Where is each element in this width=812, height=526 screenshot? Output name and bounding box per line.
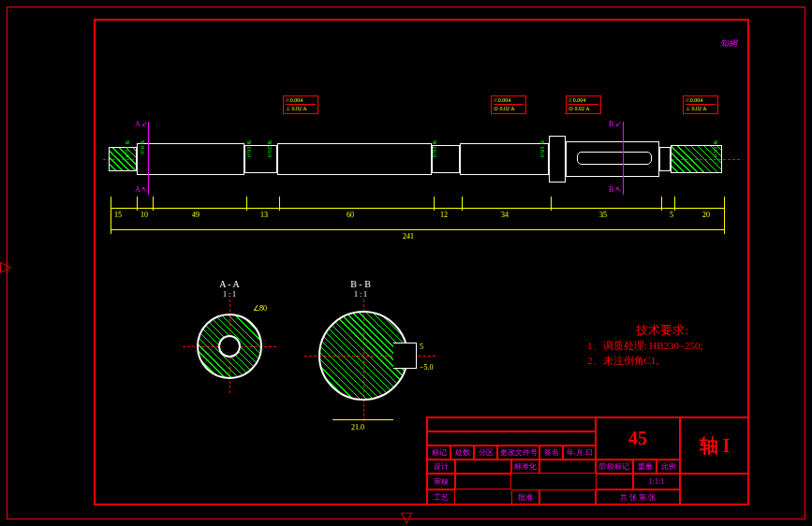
len-10: 20 (702, 211, 710, 219)
tb-f1b (455, 474, 511, 489)
tb-h6: 年.月.日 (563, 446, 596, 460)
len-5: 60 (347, 211, 354, 219)
tick-10 (674, 197, 675, 211)
len-9: 5 (670, 211, 673, 219)
tech-line-1: 1、调质处理: HB230~250; (587, 338, 737, 353)
tb-h4: 更改文件号 (497, 446, 539, 460)
tb-design-blank (455, 460, 511, 474)
section-a-inner (218, 335, 241, 358)
section-b-label: B - B (332, 279, 389, 289)
sec-b-wdim (332, 419, 393, 420)
tick-2 (137, 197, 138, 211)
shaft-seg-2 (137, 143, 244, 175)
gdt-frame-4: // 0.004 ⊥ 0.02 A (683, 95, 718, 114)
tb-f2: 工艺 (427, 489, 455, 505)
tech-requirements: 技术要求: 1、调质处理: HB230~250; 2、未注倒角C1。 (587, 323, 737, 368)
gdt-2-top: // 0.004 (494, 96, 524, 105)
len-3: 49 (192, 211, 199, 219)
section-b-scale: 1 : 1 (332, 290, 389, 299)
watermark-text: 知網 (720, 37, 737, 50)
shaft-seg-8 (659, 147, 671, 171)
tb-part-name: 轴 I (680, 417, 749, 474)
section-b-keycut (393, 343, 417, 369)
tick-8 (551, 197, 552, 211)
tick-9 (661, 197, 662, 211)
dim-d1: ⌀16.0 (124, 139, 131, 157)
len-2: 10 (140, 211, 148, 219)
arrow-left: ▷ (0, 257, 11, 275)
tb-h2: 处数 (450, 446, 474, 460)
tb-f1: 审核 (427, 474, 455, 489)
sec-b-depth: −5.0 (420, 363, 434, 372)
gdt-2-bot: ⊙ 0.02 A (494, 105, 524, 113)
tb-h5: 签名 (539, 446, 563, 460)
tick-1 (111, 197, 111, 234)
tb-r3: 比例 (657, 460, 680, 474)
tick-6 (434, 197, 435, 211)
sec-b-key: 5 (420, 343, 423, 351)
len-8: 35 (599, 211, 607, 219)
tick-5 (279, 197, 280, 211)
shaft-main-view (109, 126, 736, 201)
cad-canvas: 知網 // 0.004 ⊥ 0.02 A // 0.004 ⊙ 0.02 A /… (0, 0, 812, 526)
shaft-seg-4 (277, 143, 432, 175)
tb-blank-r2 (427, 431, 596, 446)
len-6: 12 (440, 211, 448, 219)
tech-title: 技术要求: (587, 323, 737, 338)
cut-line-b (623, 122, 624, 195)
sec-a-angle: ∠80 (253, 304, 267, 313)
tb-material: 45 (596, 417, 680, 460)
tb-r1: 阶段标记 (596, 460, 633, 474)
tb-h3: 分区 (474, 446, 497, 460)
gdt-4-bot: ⊥ 0.02 A (686, 105, 716, 113)
section-a-label: A - A (201, 279, 258, 289)
shaft-seg-6 (460, 143, 549, 175)
keyway-slot (577, 152, 652, 165)
tb-f3: 批准 (511, 489, 539, 505)
tb-r4b (596, 474, 633, 489)
sec-b-width: 21.0 (351, 423, 364, 431)
dim-d5: ⌀16.0 (431, 139, 438, 157)
len-4: 13 (260, 211, 268, 219)
tick-7 (462, 197, 463, 211)
len-7: 34 (501, 211, 509, 219)
gdt-frame-1: // 0.004 ⊥ 0.02 A (283, 95, 318, 114)
dim-d3: ⌀16.0 (245, 139, 253, 157)
dim-d6: ⌀18.0 (539, 139, 546, 157)
len-total: 241 (403, 232, 414, 241)
tb-part-blank (680, 474, 749, 505)
dim-d4: ⌀20.0 (266, 139, 273, 157)
cut-line-a (148, 122, 149, 195)
tb-f4: 共 张 第 张 (596, 489, 680, 505)
gdt-3-bot: ⊙ 0.02 A (568, 105, 598, 113)
tech-line-2: 2、未注倒角C1。 (587, 353, 737, 368)
dim-d2: ⌀8.0 (139, 139, 146, 154)
tb-std-blank (539, 460, 596, 474)
tb-r4: 1:1:1 (633, 474, 680, 489)
dim-row-1 (111, 208, 724, 209)
tb-design: 设计 (427, 460, 455, 474)
tb-r2: 重量 (633, 460, 657, 474)
title-block: 标记 处数 分区 更改文件号 签名 年.月.日 设计 标准化 审核 工艺 批准 … (426, 416, 749, 505)
tb-std: 标准化 (511, 460, 539, 474)
shaft-seg-flange (549, 136, 566, 183)
tick-3 (153, 197, 154, 211)
tb-f3b (539, 489, 596, 505)
shaft-seg-1 (109, 147, 137, 171)
gdt-1-bot: ⊥ 0.02 A (286, 105, 316, 113)
dim-row-total (111, 229, 724, 230)
section-a-scale: 1 : 1 (201, 290, 258, 299)
gdt-3-top: // 0.004 (568, 96, 598, 105)
gdt-frame-2: // 0.004 ⊙ 0.02 A (491, 95, 526, 114)
tb-h1: 标记 (427, 446, 450, 460)
gdt-1-top: // 0.004 (286, 96, 316, 105)
gdt-4-top: // 0.004 (686, 96, 716, 105)
dim-d7: ⌀16.0 (712, 139, 719, 157)
tb-blank-r1 (427, 417, 596, 431)
tick-4 (246, 197, 247, 211)
len-1: 15 (114, 211, 122, 219)
arrow-bottom: ▽ (401, 508, 412, 526)
gdt-frame-3: // 0.004 ⊙ 0.02 A (566, 95, 601, 114)
tick-11 (724, 197, 725, 234)
